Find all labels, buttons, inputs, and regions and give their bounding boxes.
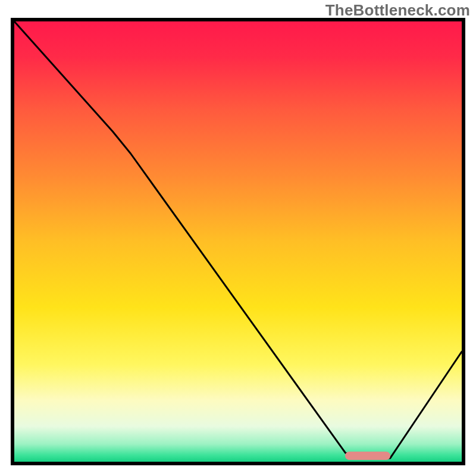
chart-svg xyxy=(14,21,462,462)
selected-range-marker xyxy=(345,452,390,460)
chart-frame: TheBottleneck.com xyxy=(0,0,476,476)
gradient-fill xyxy=(14,21,462,462)
plot-area xyxy=(14,21,462,462)
watermark-text: TheBottleneck.com xyxy=(325,1,470,20)
plot-border xyxy=(11,18,465,465)
